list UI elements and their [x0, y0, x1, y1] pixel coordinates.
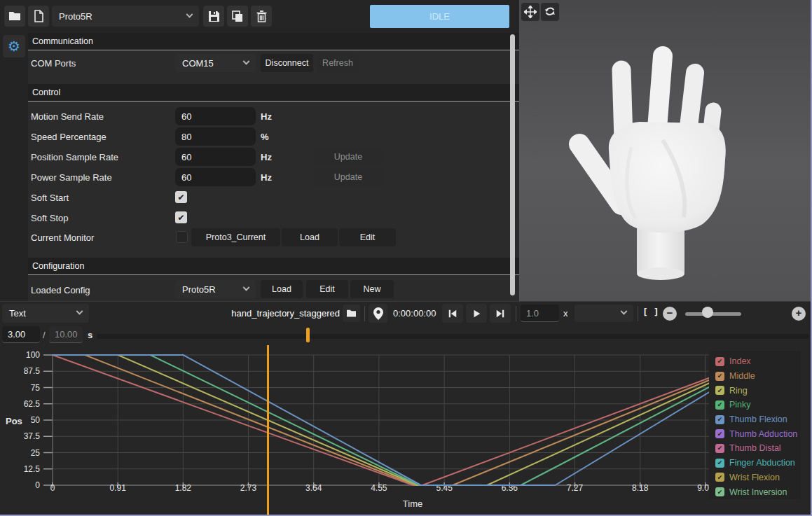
svg-text:0: 0	[50, 483, 55, 493]
svg-text:3.64: 3.64	[305, 483, 322, 493]
refresh-button[interactable]: Refresh	[317, 54, 358, 72]
zoom-slider-track[interactable]	[685, 312, 741, 316]
mode-select[interactable]: Text	[2, 304, 89, 323]
disconnect-button[interactable]: Disconnect	[261, 54, 313, 72]
application-window: Proto5R IDLE ⚙ Communication	[0, 0, 812, 516]
check-icon: ✔	[717, 358, 723, 365]
value: 80	[181, 132, 191, 142]
soft-stop-checkbox[interactable]: ✔	[175, 211, 187, 223]
legend-checkbox[interactable]: ✔	[715, 386, 724, 395]
settings-scrollbar[interactable]	[510, 34, 515, 295]
save-icon	[208, 11, 220, 22]
soft-start-label: Soft Start	[31, 193, 69, 203]
zoom-slider-handle[interactable]	[702, 307, 713, 318]
gear-icon: ⚙	[8, 38, 20, 55]
time-unit-label: s	[88, 330, 92, 340]
legend-item-middle[interactable]: ✔Middle	[715, 369, 801, 384]
legend-item-wrist-flexion[interactable]: ✔Wrist Flexion	[715, 470, 801, 485]
current-monitor-checkbox[interactable]	[176, 231, 188, 243]
position-update-button[interactable]: Update	[313, 148, 383, 166]
loaded-config-select[interactable]: Proto5R	[175, 280, 256, 298]
speed-percentage-label: Speed Percentage	[31, 132, 106, 142]
power-update-button[interactable]: Update	[313, 168, 383, 186]
legend-item-thumb-distal[interactable]: ✔Thumb Distal	[715, 441, 801, 456]
speed-unit-label: x	[563, 308, 568, 319]
legend-item-pinky[interactable]: ✔Pinky	[715, 398, 801, 412]
legend-checkbox[interactable]: ✔	[715, 473, 724, 482]
motion-send-rate-input[interactable]: 60	[175, 107, 256, 125]
current-time-input[interactable]: 3.00	[2, 326, 40, 343]
config-select-value: Proto5R	[59, 11, 92, 22]
legend-checkbox[interactable]: ✔	[715, 429, 724, 438]
legend-checkbox[interactable]: ✔	[715, 415, 724, 424]
legend-item-index[interactable]: ✔Index	[715, 354, 801, 369]
save-button[interactable]	[203, 6, 224, 27]
current-monitor-file-button[interactable]: Proto3_Current	[191, 228, 280, 246]
duplicate-button[interactable]	[227, 6, 248, 27]
config-new-button[interactable]: New	[350, 280, 394, 298]
legend-item-wrist-inversion[interactable]: ✔Wrist Inversion	[715, 484, 801, 499]
legend-item-thumb-adduction[interactable]: ✔Thumb Adduction	[715, 426, 801, 441]
power-sample-rate-input[interactable]: 60	[175, 168, 256, 186]
com-port-select[interactable]: COM15	[175, 54, 256, 72]
copy-icon	[231, 10, 244, 22]
legend-checkbox[interactable]: ✔	[715, 400, 724, 410]
x-axis-title-text: Time	[403, 498, 422, 509]
browse-trajectory-button[interactable]	[343, 305, 360, 322]
legend-item-thumb-flexion[interactable]: ✔Thumb Flexion	[715, 412, 801, 427]
svg-text:12.5: 12.5	[24, 464, 41, 474]
new-file-button[interactable]	[28, 6, 49, 27]
current-monitor-edit-button[interactable]: Edit	[339, 228, 396, 246]
frame-range-icon[interactable]: [ ]	[642, 307, 659, 317]
load-label: Load	[300, 232, 319, 242]
check-icon: ✔	[717, 387, 723, 394]
trajectory-chart[interactable]: 10087.57562.55037.52512.5000.911.822.733…	[0, 345, 812, 516]
value: 60	[181, 172, 191, 183]
legend-checkbox[interactable]: ✔	[715, 487, 724, 496]
delete-button[interactable]	[251, 6, 272, 27]
timeline-scrubber[interactable]	[97, 334, 809, 339]
loaded-config-value: Proto5R	[182, 284, 216, 295]
power-sample-rate-unit: Hz	[261, 172, 272, 183]
skip-end-button[interactable]	[490, 304, 511, 323]
waypoint-button[interactable]	[369, 304, 387, 323]
new-file-icon	[34, 10, 44, 22]
toolbar-divider	[364, 306, 365, 321]
skip-start-icon	[447, 309, 458, 319]
loop-mode-select[interactable]	[574, 305, 633, 322]
timeline-playhead-marker[interactable]	[306, 328, 310, 342]
y-axis-title-text: Pos	[6, 416, 22, 426]
main-toolbar: Proto5R IDLE	[0, 0, 519, 33]
config-edit-button[interactable]: Edit	[306, 280, 348, 298]
trajectory-panel: Text hand_trajectory_staggered 0:00:00:0…	[0, 301, 812, 516]
soft-start-checkbox[interactable]: ✔	[175, 191, 187, 203]
speed-input[interactable]: 1.0	[521, 305, 559, 322]
legend-checkbox[interactable]: ✔	[715, 444, 724, 453]
current-monitor-load-button[interactable]: Load	[282, 228, 338, 246]
hand-3d-viewport[interactable]	[519, 0, 812, 301]
legend-item-ring[interactable]: ✔Ring	[715, 383, 801, 398]
play-button[interactable]	[466, 304, 487, 323]
config-select[interactable]: Proto5R	[52, 6, 199, 27]
open-folder-button[interactable]	[4, 6, 25, 27]
check-icon: ✔	[717, 445, 723, 452]
position-sample-rate-input[interactable]: 60	[175, 148, 256, 166]
play-icon	[472, 309, 481, 319]
total-time-input[interactable]: 10.00	[49, 326, 83, 343]
zoom-out-button[interactable]: −	[663, 307, 677, 321]
skip-start-button[interactable]	[442, 304, 463, 323]
svg-text:0: 0	[35, 480, 40, 490]
settings-content: Communication COM Ports COM15 Disconnect…	[28, 33, 519, 301]
legend-item-finger-abduction[interactable]: ✔Finger Abduction	[715, 456, 801, 470]
legend-checkbox[interactable]: ✔	[715, 357, 724, 366]
zoom-in-button[interactable]: +	[792, 307, 806, 321]
speed-percentage-input[interactable]: 80	[175, 127, 256, 146]
section-title: Communication	[32, 36, 93, 46]
settings-tab[interactable]: ⚙	[3, 35, 25, 57]
config-load-button[interactable]: Load	[261, 280, 303, 298]
status-badge[interactable]: IDLE	[370, 5, 509, 28]
legend-checkbox[interactable]: ✔	[715, 372, 724, 381]
folder-icon	[346, 309, 357, 318]
legend-checkbox[interactable]: ✔	[715, 459, 724, 468]
value: 60	[181, 111, 191, 122]
